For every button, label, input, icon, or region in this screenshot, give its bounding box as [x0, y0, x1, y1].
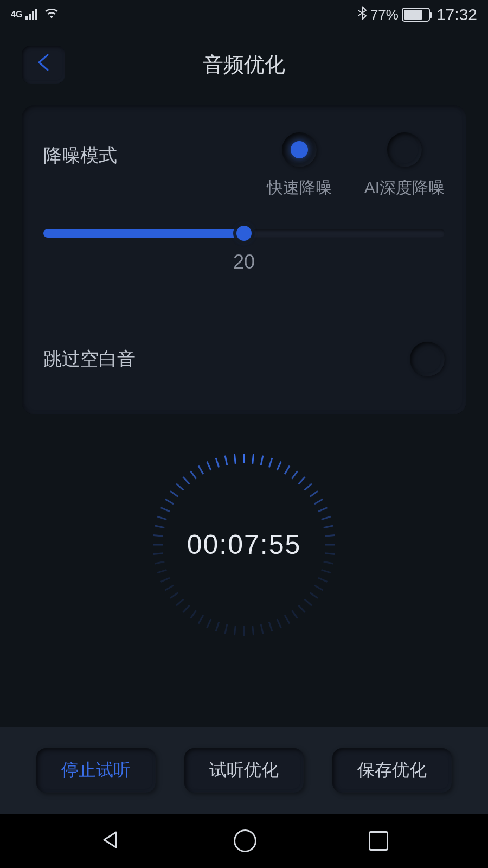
- slider-fill: [43, 229, 244, 238]
- network-indicator: 4G: [11, 9, 37, 20]
- svg-line-11: [318, 508, 327, 512]
- svg-line-29: [253, 626, 254, 635]
- svg-line-12: [322, 516, 331, 520]
- svg-line-17: [324, 561, 333, 564]
- svg-line-16: [325, 553, 335, 554]
- nav-home-button[interactable]: [234, 829, 256, 852]
- noise-mode-row: 降噪模式 快速降噪 AI深度降噪: [43, 132, 445, 199]
- svg-line-58: [225, 456, 227, 465]
- svg-line-57: [216, 458, 219, 467]
- svg-line-39: [170, 592, 178, 598]
- svg-line-59: [234, 454, 235, 464]
- svg-line-20: [314, 585, 323, 590]
- bluetooth-icon: [357, 5, 367, 24]
- svg-line-37: [183, 605, 190, 612]
- save-optimize-button[interactable]: 保存优化: [332, 748, 452, 793]
- settings-card: 降噪模式 快速降噪 AI深度降噪 20 跳过空白音: [22, 105, 466, 414]
- battery-percent-label: 77%: [370, 7, 399, 23]
- svg-line-47: [155, 526, 165, 528]
- svg-line-26: [277, 619, 281, 628]
- svg-line-38: [176, 599, 183, 605]
- svg-line-55: [198, 466, 203, 475]
- noise-mode-radio-group: 快速降噪 AI深度降噪: [267, 132, 445, 199]
- svg-line-18: [322, 570, 331, 573]
- battery-icon: [402, 8, 430, 22]
- stop-preview-button[interactable]: 停止试听: [36, 748, 156, 793]
- denoise-slider[interactable]: [43, 229, 445, 238]
- status-bar: 4G 77% 17:32: [0, 0, 488, 29]
- slider-thumb[interactable]: [236, 226, 252, 241]
- status-left: 4G: [11, 7, 59, 23]
- svg-line-3: [269, 458, 272, 467]
- clock-label: 17:32: [436, 5, 477, 24]
- radio-fast-denoise[interactable]: 快速降噪: [267, 132, 332, 199]
- timer-dial: 00:07:55: [152, 452, 336, 637]
- svg-line-54: [190, 471, 196, 479]
- network-type-label: 4G: [11, 10, 22, 19]
- timer-section: 00:07:55: [0, 452, 488, 637]
- svg-line-19: [318, 578, 327, 582]
- wifi-icon: [44, 7, 59, 23]
- status-right: 77% 17:32: [357, 5, 477, 24]
- svg-line-52: [176, 484, 183, 490]
- nav-back-button[interactable]: [100, 829, 121, 853]
- svg-line-49: [161, 508, 170, 512]
- svg-line-48: [157, 516, 166, 520]
- radio-icon: [387, 132, 422, 167]
- svg-line-23: [298, 605, 305, 612]
- system-nav-bar: [0, 814, 488, 868]
- svg-line-9: [310, 491, 318, 497]
- svg-line-53: [183, 477, 190, 484]
- slider-value-label: 20: [43, 251, 445, 273]
- denoise-slider-section: 20: [43, 229, 445, 298]
- svg-line-56: [207, 462, 211, 470]
- signal-bars-icon: [25, 9, 37, 20]
- svg-line-22: [304, 599, 311, 605]
- svg-line-34: [207, 619, 211, 628]
- nav-recent-button[interactable]: [369, 831, 388, 851]
- app-header: 音频优化: [0, 29, 488, 105]
- svg-line-50: [165, 499, 174, 504]
- svg-line-32: [225, 624, 227, 634]
- svg-line-40: [165, 585, 174, 590]
- svg-line-43: [155, 561, 165, 564]
- svg-line-7: [298, 477, 305, 484]
- svg-line-21: [310, 592, 318, 598]
- svg-line-28: [261, 624, 263, 634]
- svg-line-41: [161, 578, 170, 582]
- svg-line-42: [157, 570, 166, 573]
- page-title: 音频优化: [203, 51, 285, 79]
- svg-line-8: [304, 484, 311, 490]
- svg-line-5: [285, 466, 290, 475]
- radio-label: AI深度降噪: [364, 177, 445, 199]
- svg-line-24: [292, 610, 298, 618]
- svg-line-1: [253, 454, 254, 464]
- noise-mode-label: 降噪模式: [43, 132, 117, 168]
- svg-line-33: [216, 622, 219, 631]
- svg-line-25: [285, 615, 290, 624]
- triangle-back-icon: [100, 829, 121, 851]
- radio-icon: [282, 132, 317, 167]
- svg-line-2: [261, 456, 263, 465]
- chevron-left-icon: [36, 53, 51, 77]
- svg-line-13: [324, 526, 333, 528]
- back-button[interactable]: [22, 46, 65, 84]
- svg-line-6: [292, 471, 298, 479]
- svg-line-35: [198, 615, 203, 624]
- svg-line-51: [170, 491, 178, 497]
- action-bar: 停止试听 试听优化 保存优化: [0, 727, 488, 814]
- svg-line-46: [153, 535, 163, 536]
- svg-line-36: [190, 610, 196, 618]
- skip-silence-toggle[interactable]: [410, 342, 445, 376]
- svg-line-10: [314, 499, 323, 504]
- svg-line-31: [234, 626, 235, 635]
- preview-optimize-button[interactable]: 试听优化: [184, 748, 304, 793]
- radio-ai-denoise[interactable]: AI深度降噪: [364, 132, 445, 199]
- radio-label: 快速降噪: [267, 177, 332, 199]
- svg-line-14: [325, 535, 335, 536]
- skip-silence-row: 跳过空白音: [43, 342, 445, 376]
- svg-line-4: [277, 462, 281, 470]
- svg-line-27: [269, 622, 272, 631]
- svg-line-44: [153, 553, 163, 554]
- skip-silence-label: 跳过空白音: [43, 347, 136, 372]
